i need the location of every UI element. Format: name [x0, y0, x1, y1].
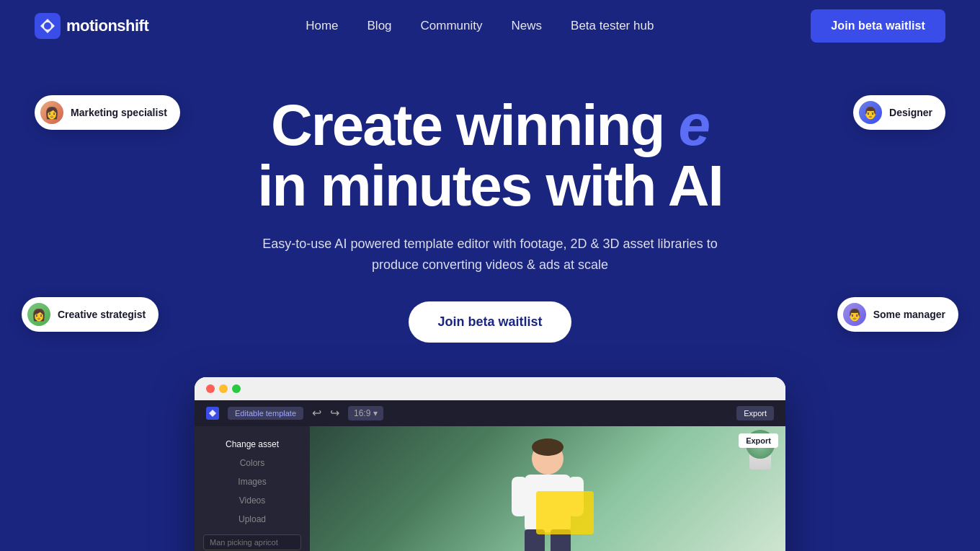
window-close-dot [206, 384, 215, 393]
sidebar-videos[interactable]: Videos [203, 491, 301, 510]
nav-blog[interactable]: Blog [368, 19, 392, 32]
svg-point-1 [44, 22, 51, 30]
main-canvas: Export [310, 426, 785, 551]
export-button[interactable]: Export [736, 406, 774, 420]
app-preview: Editable template ↩ ↪ 16:9 ▾ Export Chan… [195, 377, 785, 551]
nav-beta-tester-hub[interactable]: Beta tester hub [571, 19, 654, 32]
svg-rect-6 [512, 477, 527, 516]
app-body: Change asset Colors Images Videos Upload [195, 426, 785, 551]
sidebar-change-asset[interactable]: Change asset [203, 435, 301, 454]
redo-icon[interactable]: ↪ [330, 406, 339, 420]
hero-heading-line2: in minutes with AI [35, 156, 945, 216]
hero-heading-accent: e [679, 93, 710, 157]
logo: motionshift [35, 13, 148, 39]
editable-template-badge: Editable template [228, 407, 303, 420]
canvas-background: Export [310, 426, 785, 551]
sidebar-images[interactable]: Images [203, 472, 301, 491]
canvas-export-button[interactable]: Export [739, 433, 778, 448]
window-minimize-dot [219, 384, 228, 393]
app-logo-icon [206, 407, 219, 420]
logo-icon [35, 13, 61, 39]
sidebar-upload[interactable]: Upload [203, 510, 301, 529]
app-toolbar: Editable template ↩ ↪ 16:9 ▾ Export [195, 400, 785, 426]
nav-community[interactable]: Community [421, 19, 483, 32]
logo-text: motionshift [66, 17, 148, 35]
aspect-ratio-selector[interactable]: 16:9 ▾ [348, 406, 383, 420]
undo-icon[interactable]: ↩ [312, 406, 321, 420]
sidebar-colors[interactable]: Colors [203, 454, 301, 472]
hero-heading: Create winning e in minutes with AI [35, 95, 945, 216]
hero-join-beta-button[interactable]: Join beta waitlist [409, 301, 571, 343]
badge-creative-avatar: 👩 [27, 303, 50, 326]
yellow-accent [536, 491, 594, 534]
window-maximize-dot [232, 384, 241, 393]
badge-some-manager: 👨 Some manager [837, 297, 958, 332]
nav-news[interactable]: News [512, 19, 543, 32]
nav-home[interactable]: Home [306, 19, 338, 32]
hero-subtext: Easy-to-use AI powered template editor w… [238, 234, 742, 276]
nav-join-beta-button[interactable]: Join beta waitlist [811, 9, 945, 43]
hero-section: 👩 Marketing specialist 👨 Designer 👩 Crea… [0, 52, 980, 551]
badge-creative-strategist: 👩 Creative strategist [22, 297, 159, 332]
svg-point-4 [532, 438, 564, 456]
app-sidebar: Change asset Colors Images Videos Upload [195, 426, 310, 551]
search-input[interactable] [203, 534, 301, 550]
app-window-bar [195, 377, 785, 400]
hero-heading-line1: Create winning e [35, 95, 945, 156]
badge-manager-avatar: 👨 [843, 303, 866, 326]
